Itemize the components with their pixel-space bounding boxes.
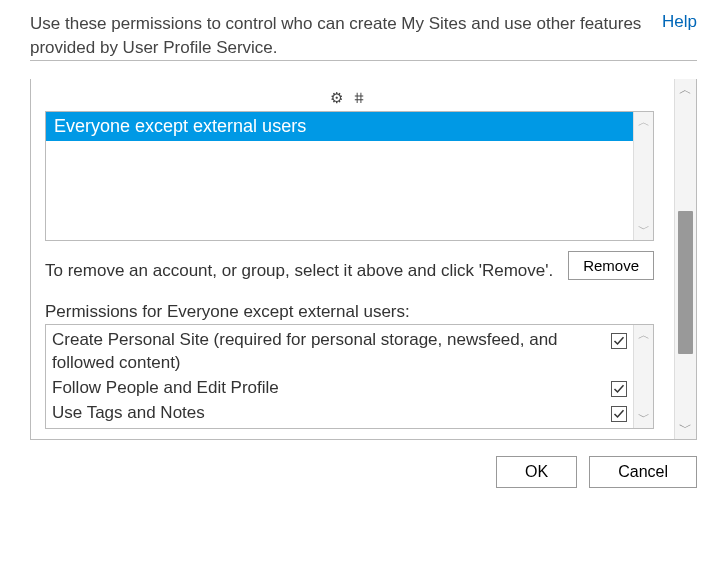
scroll-down-icon[interactable]: ﹀ (679, 417, 692, 439)
scroll-thumb[interactable] (678, 211, 693, 354)
cancel-button[interactable]: Cancel (589, 456, 697, 488)
permission-item: Use Tags and Notes (52, 402, 627, 425)
permissions-description: Use these permissions to control who can… (30, 12, 650, 60)
permission-item: Follow People and Edit Profile (52, 377, 627, 400)
remove-instruction: To remove an account, or group, select i… (45, 259, 556, 283)
permission-label: Use Tags and Notes (52, 402, 611, 425)
permissions-panel: ︿ ﹀ ⚙ 𐄹 Everyone except external users ︿… (30, 79, 697, 441)
permission-checkbox[interactable] (611, 406, 627, 422)
scroll-down-icon[interactable]: ﹀ (638, 219, 650, 240)
permission-checkbox[interactable] (611, 333, 627, 349)
permissions-scrollbar[interactable]: ︿ ﹀ (633, 325, 653, 428)
scroll-up-icon[interactable]: ︿ (638, 112, 650, 133)
permission-checkbox[interactable] (611, 381, 627, 397)
scroll-up-icon[interactable]: ︿ (679, 79, 692, 101)
permission-label: Follow People and Edit Profile (52, 377, 611, 400)
panel-scrollbar[interactable]: ︿ ﹀ (674, 79, 696, 440)
permissions-label: Permissions for Everyone except external… (45, 302, 654, 322)
remove-button[interactable]: Remove (568, 251, 654, 280)
scroll-up-icon[interactable]: ︿ (638, 325, 650, 346)
ok-button[interactable]: OK (496, 456, 577, 488)
account-item[interactable]: Everyone except external users (46, 112, 633, 141)
help-link[interactable]: Help (662, 12, 697, 32)
scroll-down-icon[interactable]: ﹀ (638, 407, 650, 428)
accounts-listbox[interactable]: Everyone except external users ︿ ﹀ (45, 111, 654, 241)
permissions-listbox: Create Personal Site (required for perso… (45, 324, 654, 429)
accounts-scrollbar[interactable]: ︿ ﹀ (633, 112, 653, 240)
permission-item: Create Personal Site (required for perso… (52, 329, 627, 375)
permission-label: Create Personal Site (required for perso… (52, 329, 611, 375)
toolbar-icons[interactable]: ⚙ 𐄹 (45, 89, 654, 111)
